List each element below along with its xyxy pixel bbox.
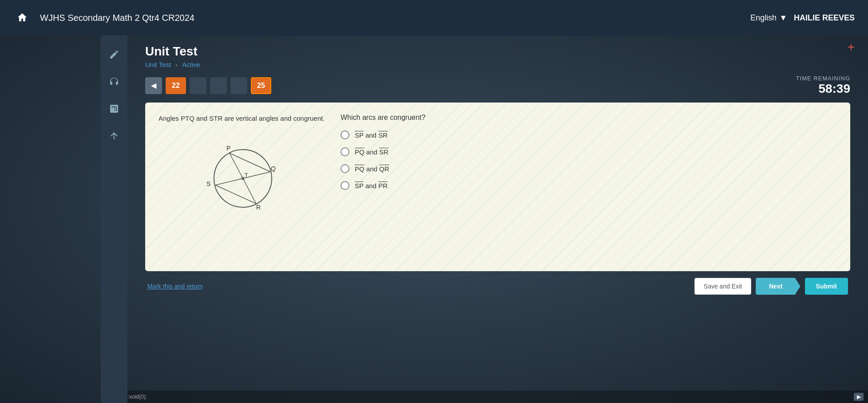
sidebar-item-pencil[interactable]	[104, 44, 124, 65]
question-left: Angles PTQ and STR are vertical angles a…	[159, 114, 327, 221]
header-title: WJHS Secondary Math 2 Qtr4 CR2024	[40, 13, 750, 23]
connector-2: and	[366, 148, 379, 156]
radio-option-2[interactable]	[341, 147, 349, 156]
connector-1: and	[365, 131, 378, 139]
connector-3: and	[366, 165, 379, 173]
radio-option-4[interactable]	[341, 181, 349, 190]
breadcrumb-separator: ›	[175, 61, 178, 68]
header-right: English ▼ HAILIE REEVES	[750, 13, 855, 23]
sidebar-item-arrow-up[interactable]	[104, 126, 124, 146]
question-right: Which arcs are congruent? SP and SR	[341, 114, 837, 221]
option-text-3: PQ and QR	[355, 165, 389, 173]
breadcrumb-active: Active	[182, 61, 200, 68]
sidebar-item-headphones[interactable]	[104, 71, 124, 92]
option-text-2: PQ and SR	[355, 148, 388, 156]
arc-pr: PR	[378, 182, 388, 190]
header: WJHS Secondary Math 2 Qtr4 CR2024 Englis…	[0, 0, 868, 36]
svg-line-4	[215, 185, 256, 204]
svg-line-3	[230, 153, 270, 172]
question-card: Angles PTQ and STR are vertical angles a…	[145, 103, 850, 271]
nav-bar: ◀ 22 25 TIME REMAINING 58:39	[145, 75, 850, 96]
answer-option-2[interactable]: PQ and SR	[341, 147, 837, 156]
sidebar	[101, 36, 127, 403]
user-name: HAILIE REEVES	[794, 13, 855, 23]
arc-qr: QR	[379, 165, 389, 173]
arc-sr: SR	[378, 131, 388, 139]
option-text-1: SP and SR	[355, 131, 388, 139]
time-value: 58:39	[796, 82, 850, 96]
home-icon[interactable]	[13, 9, 31, 27]
time-label: TIME REMAINING	[796, 75, 850, 82]
svg-text:Q: Q	[271, 165, 276, 172]
arc-sp-4: SP	[355, 182, 364, 190]
breadcrumb: Unit Test › Active	[145, 61, 850, 68]
nav-placeholder-1	[190, 77, 206, 94]
connector-4: and	[365, 182, 378, 190]
arc-pq-2: PQ	[355, 148, 365, 156]
answer-options: SP and SR PQ and SR	[341, 130, 837, 190]
nav-page-25-button[interactable]: 25	[251, 77, 271, 94]
arc-sr-2: SR	[379, 148, 388, 156]
page-title: Unit Test	[145, 44, 850, 59]
time-remaining: TIME REMAINING 58:39	[796, 75, 850, 96]
radio-option-3[interactable]	[341, 164, 349, 173]
breadcrumb-unit-test: Unit Test	[145, 61, 171, 68]
answer-option-4[interactable]: SP and PR	[341, 181, 837, 190]
arc-pq-3: PQ	[355, 165, 365, 173]
nav-prev-button[interactable]: ◀	[145, 77, 162, 94]
svg-text:T: T	[245, 172, 248, 178]
nav-placeholder-2	[210, 77, 227, 94]
main-content: Unit Test Unit Test › Active ◀ 22 25 TIM…	[127, 36, 868, 403]
next-button[interactable]: Next	[756, 278, 800, 295]
bottom-bar: Mark this and return Save and Exit Next …	[145, 278, 850, 295]
sidebar-item-calculator[interactable]	[104, 99, 124, 119]
question-content: Angles PTQ and STR are vertical angles a…	[159, 114, 837, 221]
language-label: English	[750, 13, 777, 23]
circle-diagram: P Q R S T	[198, 132, 287, 221]
action-buttons: Save and Exit Next Submit	[694, 278, 848, 295]
answer-option-3[interactable]: PQ and QR	[341, 164, 837, 173]
nav-placeholder-3	[230, 77, 247, 94]
language-selector[interactable]: English ▼	[750, 13, 787, 23]
mark-return-link[interactable]: Mark this and return	[147, 283, 203, 290]
option-text-4: SP and PR	[355, 182, 388, 190]
question-prompt: Which arcs are congruent?	[341, 114, 837, 122]
answer-option-1[interactable]: SP and SR	[341, 130, 837, 139]
save-exit-button[interactable]: Save and Exit	[694, 278, 751, 295]
submit-button[interactable]: Submit	[805, 278, 848, 295]
svg-text:R: R	[256, 204, 261, 211]
question-statement: Angles PTQ and STR are vertical angles a…	[159, 114, 327, 123]
svg-text:S: S	[206, 180, 210, 187]
chevron-down-icon: ▼	[779, 13, 787, 23]
arc-sp: SP	[355, 131, 364, 139]
nav-current-button[interactable]: 22	[166, 77, 186, 94]
radio-option-1[interactable]	[341, 130, 349, 139]
svg-text:P: P	[226, 145, 230, 152]
